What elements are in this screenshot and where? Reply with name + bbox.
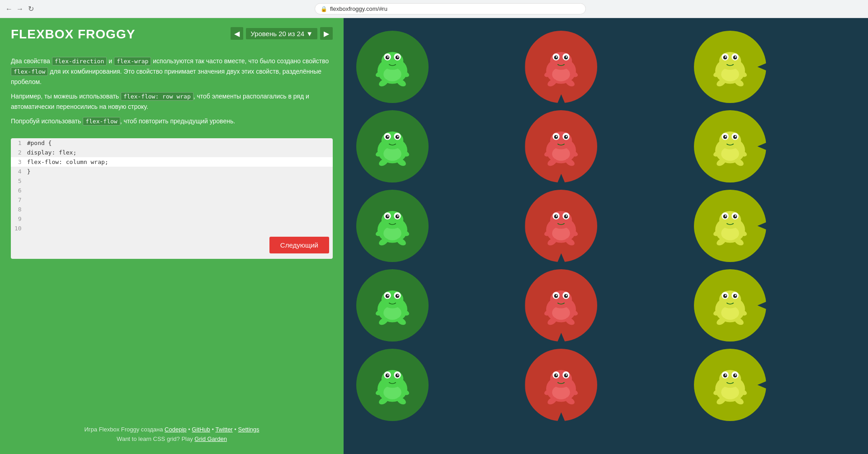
app-title: FLEXBOX FROGGY (11, 27, 135, 42)
line-content-10 (25, 224, 333, 233)
settings-link[interactable]: Settings (238, 426, 259, 433)
line-number-3: 3 (11, 157, 25, 167)
next-level-button[interactable]: ▶ (320, 27, 333, 40)
codepip-link[interactable]: Codepip (165, 426, 186, 433)
line-number-9: 9 (11, 214, 25, 224)
svg-point-93 (550, 211, 572, 229)
line-number-2: 2 (11, 148, 25, 157)
lily-pad-12 (694, 190, 766, 262)
svg-point-189 (725, 374, 726, 375)
code-line-2: 2 display: flex; (11, 148, 333, 157)
svg-point-85 (556, 136, 557, 137)
frog-svg-8 (536, 281, 586, 330)
line-number-10: 10 (11, 224, 25, 233)
code-line-8: 8 (11, 205, 333, 214)
grid-garden-link[interactable]: Grid Garden (194, 435, 227, 442)
description-para1: Два свойства flex-direction и flex-wrap … (11, 56, 333, 87)
url-text: flexboxfroggy.com/#ru (330, 5, 387, 12)
twitter-link[interactable]: Twitter (215, 426, 232, 433)
tag-flex-wrap: flex-wrap (114, 57, 151, 66)
svg-point-21 (397, 136, 398, 137)
svg-point-34 (397, 215, 398, 216)
line-content-4: } (25, 167, 333, 176)
code-line-4: 4} (11, 167, 333, 176)
lily-pad-1 (356, 110, 429, 183)
svg-point-28 (382, 211, 403, 229)
frog-svg-5 (536, 42, 586, 92)
tag-flex-direction: flex-direction (52, 57, 107, 66)
svg-point-132 (719, 52, 741, 70)
footer: Игра Flexbox Froggy создана Codepip • Gi… (11, 422, 333, 445)
svg-point-59 (387, 374, 388, 375)
svg-point-145 (719, 131, 741, 150)
lock-icon: 🔒 (321, 6, 327, 12)
line-number-8: 8 (11, 205, 25, 214)
frog-svg-13 (705, 281, 755, 330)
frog-svg-2 (368, 201, 417, 251)
line-content-6 (25, 186, 333, 195)
line-content-2: display: flex; (25, 148, 333, 157)
svg-point-99 (566, 215, 567, 216)
frog-svg-11 (705, 122, 755, 171)
svg-point-46 (387, 295, 388, 296)
svg-point-150 (725, 136, 726, 137)
svg-point-138 (735, 56, 736, 57)
back-button[interactable]: ← (5, 5, 13, 13)
lily-pad-14 (694, 349, 766, 421)
right-panel (344, 18, 868, 454)
line-number-4: 4 (11, 167, 25, 176)
svg-point-8 (397, 56, 398, 57)
lily-pad-13 (694, 269, 766, 342)
frog-svg-1 (368, 122, 417, 171)
lily-pad-8 (525, 269, 597, 342)
lily-pad-0 (356, 31, 429, 103)
lily-pad-10 (694, 31, 766, 103)
code-lines: 1#pond {2 display: flex;3 flex-flow: col… (11, 138, 333, 233)
svg-point-163 (725, 215, 726, 216)
lily-pad-7 (525, 190, 597, 262)
code-line-7: 7 (11, 195, 333, 205)
line-number-1: 1 (11, 138, 25, 148)
lily-pad-11 (694, 110, 766, 183)
lily-pad-9 (525, 349, 597, 421)
svg-point-67 (550, 52, 572, 70)
tag-flex-flow-2: flex-flow (83, 117, 120, 126)
footer-grid-garden: Want to learn CSS grid? Play Grid Garden (11, 435, 333, 442)
frog-svg-10 (705, 42, 755, 92)
submit-button[interactable]: Следующий (269, 237, 329, 253)
prev-level-button[interactable]: ◀ (231, 27, 243, 40)
forward-button[interactable]: → (16, 5, 24, 13)
lily-pad-5 (525, 31, 597, 103)
pond (353, 27, 859, 445)
svg-point-158 (719, 211, 741, 229)
footer-credits: Игра Flexbox Froggy создана Codepip • Gi… (11, 426, 333, 433)
tag-flex-flow-row-wrap: flex-flow: row wrap (121, 92, 193, 101)
code-line-10: 10 (11, 224, 333, 233)
address-bar[interactable]: 🔒 flexboxfroggy.com/#ru (315, 3, 586, 14)
description-para3: Попробуй использовать flex-flow, чтоб по… (11, 116, 333, 126)
level-nav: ◀ Уровень 20 из 24 ▼ ▶ (231, 27, 333, 40)
level-label[interactable]: Уровень 20 из 24 ▼ (246, 28, 317, 39)
svg-point-137 (725, 56, 726, 57)
svg-point-41 (382, 290, 403, 309)
line-content-3[interactable]: flex-flow: column wrap; (25, 157, 333, 167)
svg-point-33 (387, 215, 388, 216)
svg-point-190 (735, 374, 736, 375)
line-number-5: 5 (11, 176, 25, 186)
github-link[interactable]: GitHub (192, 426, 210, 433)
lily-pad-2 (356, 190, 429, 262)
svg-point-184 (719, 370, 741, 388)
reload-button[interactable]: ↻ (27, 5, 34, 13)
svg-point-112 (566, 295, 567, 296)
code-line-9: 9 (11, 214, 333, 224)
description-para2: Например, ты можешь использовать flex-fl… (11, 91, 333, 112)
code-editor[interactable]: 1#pond {2 display: flex;3 flex-flow: col… (11, 138, 333, 259)
svg-point-86 (566, 136, 567, 137)
frog-svg-7 (536, 201, 586, 251)
svg-point-7 (387, 56, 388, 57)
line-content-8 (25, 205, 333, 214)
svg-point-111 (556, 295, 557, 296)
code-line-6: 6 (11, 186, 333, 195)
frog-svg-14 (705, 360, 755, 410)
svg-point-124 (556, 374, 557, 375)
